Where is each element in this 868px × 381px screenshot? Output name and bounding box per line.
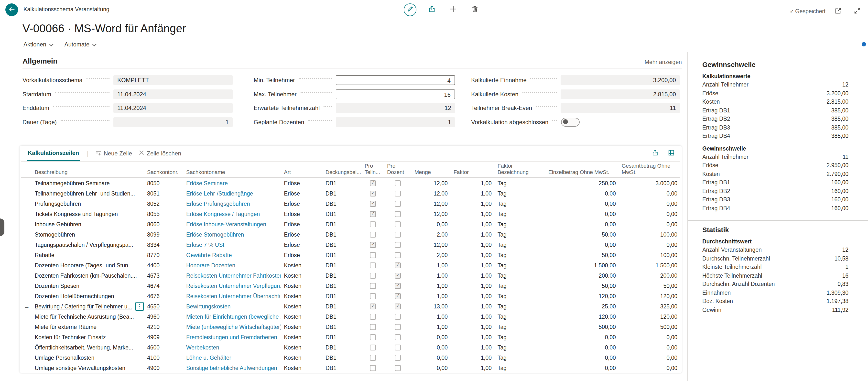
cell-einzelbetrag[interactable]: 0,00 [546, 188, 619, 199]
cell-sachkontonr[interactable]: 8050 [144, 178, 183, 188]
cell-faktor-bezeichnung[interactable]: Tag [495, 363, 546, 373]
cell-art[interactable]: Kosten [281, 281, 322, 291]
cell-deckungsbeitrag[interactable]: DB1 [322, 342, 362, 353]
cell-sachkontonr[interactable]: 4674 [144, 281, 183, 291]
cell-art[interactable]: Kosten [281, 353, 322, 363]
cell-faktor[interactable]: 1,00 [451, 332, 495, 342]
column-header-beschreibung[interactable]: Beschreibung [32, 162, 144, 178]
column-header-faktor[interactable]: Faktor [451, 162, 495, 178]
cell-gesamtbetrag[interactable]: 0,00 [619, 332, 680, 342]
cell-faktor-bezeichnung[interactable]: Tag [495, 178, 546, 188]
cell-faktor[interactable]: 1,00 [451, 250, 495, 260]
sachkontoname-link[interactable]: Gewährte Rabatte [186, 252, 232, 258]
checkbox-pro-teilnehmer[interactable] [370, 201, 376, 207]
table-row[interactable]: Dozenten Hotelübernachtungen4676Reisekos… [21, 291, 680, 301]
sachkontoname-link[interactable]: Reisekosten Unternehmer Verpflegun... [186, 283, 281, 289]
cell-gesamtbetrag[interactable]: 0,00 [619, 219, 680, 229]
cell-deckungsbeitrag[interactable]: DB1 [322, 209, 362, 219]
sachkontoname-link[interactable]: Sonstige betriebliche Aufwendungen [186, 365, 277, 371]
column-header-faktor-bezeichnung[interactable]: Faktor Bezeichnung [495, 162, 546, 178]
cell-faktor[interactable]: 1,00 [451, 353, 495, 363]
cell-einzelbetrag[interactable]: 120,00 [546, 312, 619, 322]
cell-art[interactable]: Kosten [281, 332, 322, 342]
sachkontoname-link[interactable]: Honorare Dozenten [186, 262, 235, 268]
sachkontoname-link[interactable]: Erlöse Inhouse-Veranstaltungen [186, 221, 266, 227]
sachkontoname-link[interactable]: Miete (unbewegliche Wirtschaftsgüter) [186, 324, 281, 330]
cell-sachkontonr[interactable]: 4400 [144, 260, 183, 271]
cell-faktor[interactable]: 1,00 [451, 199, 495, 209]
cell-art[interactable]: Erlöse [281, 250, 322, 260]
checkbox-pro-teilnehmer[interactable] [370, 335, 376, 341]
cell-beschreibung[interactable]: Dozenten Fahrkosten (km-Pauschalen,... [32, 271, 144, 281]
cell-menge[interactable]: 12,00 [411, 240, 451, 250]
table-row[interactable]: Tickets Kongresse und Tagungen8055Erlöse… [21, 209, 680, 219]
checkbox-pro-teilnehmer[interactable] [370, 191, 376, 197]
cell-sachkontonr[interactable]: 4909 [144, 332, 183, 342]
back-button[interactable] [5, 3, 18, 16]
cell-deckungsbeitrag[interactable]: DB1 [322, 188, 362, 199]
cell-art[interactable]: Kosten [281, 322, 322, 332]
cell-faktor[interactable]: 1,00 [451, 322, 495, 332]
cell-einzelbetrag[interactable]: 0,00 [546, 209, 619, 219]
table-row[interactable]: Prüfungsgebühren8052Erlöse Prüfungsgebüh… [21, 199, 680, 209]
cell-menge[interactable]: 12,00 [411, 188, 451, 199]
cell-art[interactable]: Erlöse [281, 178, 322, 188]
cell-beschreibung[interactable]: Tickets Kongresse und Tagungen [32, 209, 144, 219]
table-row[interactable]: Teilnahmegebühren Lehr- und Studien...80… [21, 188, 680, 199]
cell-art[interactable]: Kosten [281, 312, 322, 322]
table-row[interactable]: Umlage sonstige Verwaltungskosten4900Son… [21, 363, 680, 373]
cell-sachkontonr[interactable]: 4650 [144, 301, 183, 312]
cell-gesamtbetrag[interactable]: 1.500,00 [619, 260, 680, 271]
cell-deckungsbeitrag[interactable]: DB1 [322, 353, 362, 363]
sachkontoname-link[interactable]: Erlöse Kongresse / Tagungen [186, 211, 260, 217]
neue-zeile-button[interactable]: Neue Zeile [95, 150, 132, 157]
cell-faktor[interactable]: 1,00 [451, 271, 495, 281]
table-row[interactable]: Dozenten Fahrkosten (km-Pauschalen,...46… [21, 271, 680, 281]
cell-faktor[interactable]: 1,00 [451, 291, 495, 301]
add-button[interactable] [447, 3, 459, 16]
sachkontoname-link[interactable]: Werbekosten [186, 345, 219, 350]
cell-faktor[interactable]: 1,00 [451, 342, 495, 353]
zeile-loeschen-button[interactable]: Zeile löschen [139, 150, 181, 157]
cell-sachkontonr[interactable]: 8051 [144, 188, 183, 199]
cell-einzelbetrag[interactable]: 50,00 [546, 229, 619, 240]
delete-button[interactable] [468, 3, 481, 16]
checkbox-pro-dozent[interactable] [395, 181, 401, 187]
cell-menge[interactable]: 2,00 [411, 250, 451, 260]
cell-beschreibung[interactable]: Kosten für Techniker Einsatz [32, 332, 144, 342]
column-header-pro-teiln[interactable]: Pro Teiln... [362, 162, 384, 178]
checkbox-pro-teilnehmer[interactable] [370, 355, 376, 361]
cell-gesamtbetrag[interactable]: 3.000,00 [619, 178, 680, 188]
cell-einzelbetrag[interactable]: 250,00 [546, 178, 619, 188]
cell-gesamtbetrag[interactable]: 325,00 [619, 301, 680, 312]
cell-menge[interactable]: 12,00 [411, 199, 451, 209]
checkbox-pro-teilnehmer[interactable] [370, 273, 376, 279]
cell-faktor-bezeichnung[interactable]: Tag [495, 209, 546, 219]
checkbox-pro-dozent[interactable] [395, 314, 401, 320]
collapse-page-button[interactable] [851, 5, 864, 18]
cell-gesamtbetrag[interactable]: 0,00 [619, 209, 680, 219]
checkbox-pro-teilnehmer[interactable] [370, 232, 376, 238]
checkbox-pro-dozent[interactable] [395, 212, 401, 217]
checkbox-pro-teilnehmer[interactable] [370, 242, 376, 248]
cell-sachkontonr[interactable]: 4900 [144, 363, 183, 373]
cell-beschreibung[interactable]: Öffentlichkeitsarbeit, Werbung, Marke... [32, 342, 144, 353]
cell-beschreibung[interactable]: Prüfungsgebühren [32, 199, 144, 209]
cell-einzelbetrag[interactable]: 1.500,00 [546, 260, 619, 271]
cell-faktor-bezeichnung[interactable]: Tag [495, 291, 546, 301]
cell-menge[interactable]: 0,00 [411, 363, 451, 373]
checkbox-pro-dozent[interactable] [395, 222, 401, 227]
cell-menge[interactable]: 0,00 [411, 332, 451, 342]
cell-einzelbetrag[interactable]: 0,00 [546, 199, 619, 209]
cell-einzelbetrag[interactable]: 50,00 [546, 281, 619, 291]
cell-sachkontonr[interactable]: 4960 [144, 312, 183, 322]
cell-gesamtbetrag[interactable]: 0,00 [619, 363, 680, 373]
checkbox-pro-teilnehmer[interactable] [370, 212, 376, 217]
cell-gesamtbetrag[interactable]: 0,00 [619, 199, 680, 209]
sachkontoname-link[interactable]: Löhne u. Gehälter [186, 355, 231, 361]
checkbox-pro-teilnehmer[interactable] [370, 304, 376, 310]
cell-menge[interactable]: 13,00 [411, 301, 451, 312]
cell-beschreibung[interactable]: Umlage sonstige Verwaltungskosten [32, 363, 144, 373]
cell-art[interactable]: Kosten [281, 363, 322, 373]
table-row[interactable]: Dozenten Spesen4674Reisekosten Unternehm… [21, 281, 680, 291]
